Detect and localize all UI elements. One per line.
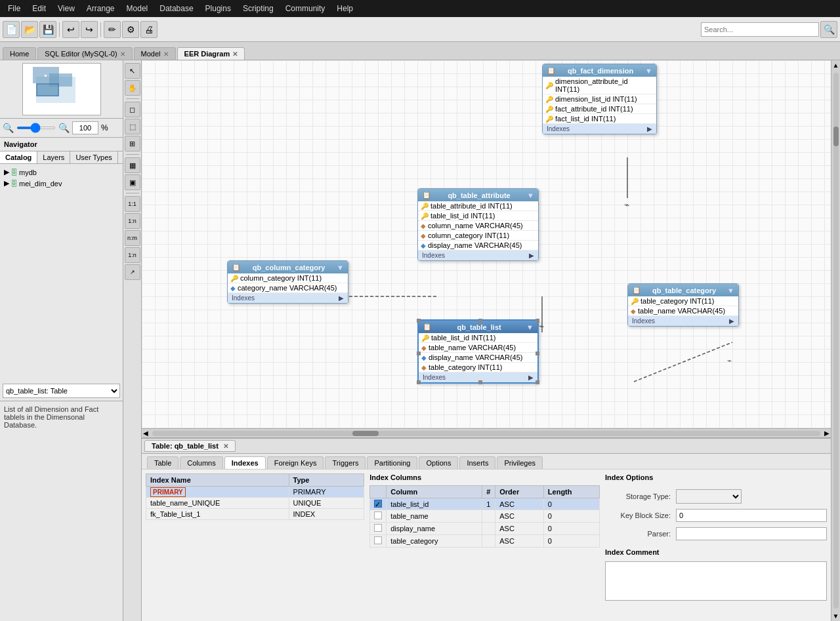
table-footer-cat[interactable]: Indexes ▶ (628, 316, 738, 326)
menu-community[interactable]: Community (280, 3, 331, 14)
editor-tab-triggers[interactable]: Triggers (325, 456, 366, 469)
col-row-list-id[interactable]: ✓ table_list_id 1 ASC 0 (370, 498, 600, 510)
table-footer-col-cat[interactable]: Indexes ▶ (228, 293, 348, 303)
hscroll-thumb[interactable] (352, 431, 379, 436)
resize-mr[interactable] (536, 351, 539, 355)
table-qb-column-category[interactable]: 📋 qb_column_category ▼ 🔑 column_category… (227, 260, 348, 304)
table-qb-table-attribute[interactable]: 📋 qb_table_attribute ▼ 🔑 table_attribute… (417, 188, 539, 261)
editor-tab-table[interactable]: Table (147, 456, 178, 469)
hscroll-left-btn[interactable]: ◀ (142, 430, 150, 437)
tab-model-close[interactable]: ✕ (163, 50, 169, 58)
catalog-tab[interactable]: Catalog (0, 151, 37, 163)
vscroll-thumb[interactable] (833, 127, 839, 146)
relation-n-m-btn[interactable]: n:m (125, 230, 140, 246)
tab-eer-diagram[interactable]: EER Diagram ✕ (177, 47, 245, 60)
new-button[interactable]: 📄 (3, 21, 20, 38)
relation-1-n-alt-btn[interactable]: 1:n (125, 247, 140, 263)
index-comment-input[interactable] (605, 561, 827, 601)
col-check-list-id[interactable]: ✓ (370, 498, 387, 510)
relation-1-n-btn[interactable]: 1:n (125, 213, 140, 229)
redo-button[interactable]: ↪ (81, 21, 98, 38)
view-tool[interactable]: ▣ (125, 174, 140, 190)
menu-file[interactable]: File (3, 3, 26, 14)
vscroll-up-btn[interactable]: ▲ (831, 60, 840, 70)
tab-sql-editor[interactable]: SQL Editor (MySQL-0) ✕ (37, 47, 132, 60)
index-row-fk[interactable]: fk_Table_List_1 INDEX (146, 509, 364, 520)
resize-br[interactable] (536, 380, 539, 384)
resize-tr[interactable] (536, 319, 539, 323)
search-button[interactable]: 🔍 (820, 21, 837, 38)
mydb-item[interactable]: ▶ 🗄 mydb (3, 167, 120, 178)
table-footer-fact-dimension[interactable]: Indexes ▶ (543, 124, 656, 134)
tab-sql-editor-close[interactable]: ✕ (120, 50, 125, 58)
menu-arrange[interactable]: Arrange (81, 3, 120, 14)
user-types-tab[interactable]: User Types (70, 151, 117, 163)
col-check-table-category[interactable] (370, 535, 387, 548)
zoom-slider[interactable] (16, 127, 56, 129)
table-menu-cat[interactable]: ▼ (727, 287, 734, 294)
col-check-table-name[interactable] (370, 510, 387, 523)
hscroll-track[interactable] (152, 431, 820, 436)
col-row-table-name[interactable]: table_name ASC 0 (370, 510, 600, 523)
table-qb-fact-dimension[interactable]: 📋 qb_fact_dimension ▼ 🔑 dimension_attrib… (542, 64, 657, 134)
table-tool[interactable]: ▦ (125, 157, 140, 173)
checkbox-unchecked-icon-3[interactable] (374, 536, 382, 544)
layers-tab[interactable]: Layers (37, 151, 70, 163)
resize-ml[interactable] (417, 351, 421, 355)
editor-tab-inserts[interactable]: Inserts (459, 456, 495, 469)
menu-model[interactable]: Model (121, 3, 154, 14)
zoom-out-button[interactable]: 🔍 (3, 123, 14, 133)
index-row-primary[interactable]: PRIMARY PRIMARY (146, 487, 364, 498)
tab-eer-diagram-close[interactable]: ✕ (232, 50, 238, 58)
checkbox-unchecked-icon-1[interactable] (374, 511, 382, 519)
table-select-dropdown[interactable]: qb_table_list: Table (3, 384, 120, 398)
menu-database[interactable]: Database (154, 3, 198, 14)
editor-tab-privileges[interactable]: Privileges (497, 456, 543, 469)
options-button[interactable]: ⚙ (122, 21, 139, 38)
diagram-canvas[interactable]: ⌁ ⌁ | ⌁ 📋 qb_fact_dimension ▼ 🔑 dimensio… (142, 60, 831, 428)
vscroll-down-btn[interactable]: ▼ (831, 611, 840, 621)
table-menu-attribute[interactable]: ▼ (527, 191, 534, 199)
resize-tm[interactable] (478, 319, 482, 323)
relation-arrow-btn[interactable]: ↗ (125, 264, 140, 280)
table-menu-list[interactable]: ▼ (526, 323, 534, 331)
hand-tool[interactable]: ✋ (125, 80, 140, 96)
zoom-tool[interactable]: ⊞ (125, 136, 140, 151)
relation-1-1-btn[interactable]: 1:1 (125, 196, 140, 212)
table-qb-table-list[interactable]: 📋 qb_table_list ▼ 🔑 table_list_id INT(11… (417, 319, 539, 384)
parser-input[interactable] (676, 527, 827, 540)
menu-scripting[interactable]: Scripting (238, 3, 279, 14)
tab-model[interactable]: Model ✕ (134, 47, 176, 60)
key-block-input[interactable]: 0 (676, 509, 827, 522)
table-qb-table-category[interactable]: 📋 qb_table_category ▼ 🔑 table_category I… (627, 283, 739, 327)
resize-tl[interactable] (417, 319, 421, 323)
bottom-tab-table-list[interactable]: Table: qb_table_list ✕ (144, 440, 236, 452)
zoom-value-input[interactable]: 100 (72, 121, 98, 134)
editor-tab-options[interactable]: Options (419, 456, 458, 469)
editor-tab-foreign-keys[interactable]: Foreign Keys (267, 456, 324, 469)
index-row-unique[interactable]: table_name_UNIQUE UNIQUE (146, 498, 364, 509)
checkbox-checked-icon[interactable]: ✓ (374, 500, 382, 508)
col-row-display-name[interactable]: display_name ASC 0 (370, 523, 600, 535)
mei-dim-dev-item[interactable]: ▶ 🗄 mei_dim_dev (3, 178, 120, 189)
vscroll-track[interactable] (833, 73, 839, 609)
print-button[interactable]: 🖨 (140, 21, 158, 38)
col-check-display-name[interactable] (370, 523, 387, 535)
hscroll-right-btn[interactable]: ▶ (823, 430, 831, 437)
zoom-in-button[interactable]: 🔍 (58, 123, 70, 133)
edit-button[interactable]: ✏ (104, 21, 121, 38)
eraser-tool[interactable]: ◻ (125, 102, 140, 117)
menu-help[interactable]: Help (331, 3, 358, 14)
undo-button[interactable]: ↩ (62, 21, 79, 38)
resize-bm[interactable] (478, 380, 482, 384)
menu-view[interactable]: View (52, 3, 80, 14)
select-tool[interactable]: ⬚ (125, 119, 140, 134)
pointer-tool[interactable]: ↖ (125, 63, 140, 79)
search-input[interactable] (701, 22, 819, 37)
editor-tab-partitioning[interactable]: Partitioning (367, 456, 417, 469)
editor-tab-indexes[interactable]: Indexes (224, 456, 266, 469)
col-row-table-category[interactable]: table_category ASC 0 (370, 535, 600, 548)
table-menu-fact-dimension[interactable]: ▼ (645, 67, 652, 75)
resize-bl[interactable] (417, 380, 421, 384)
storage-type-select[interactable] (676, 489, 742, 504)
